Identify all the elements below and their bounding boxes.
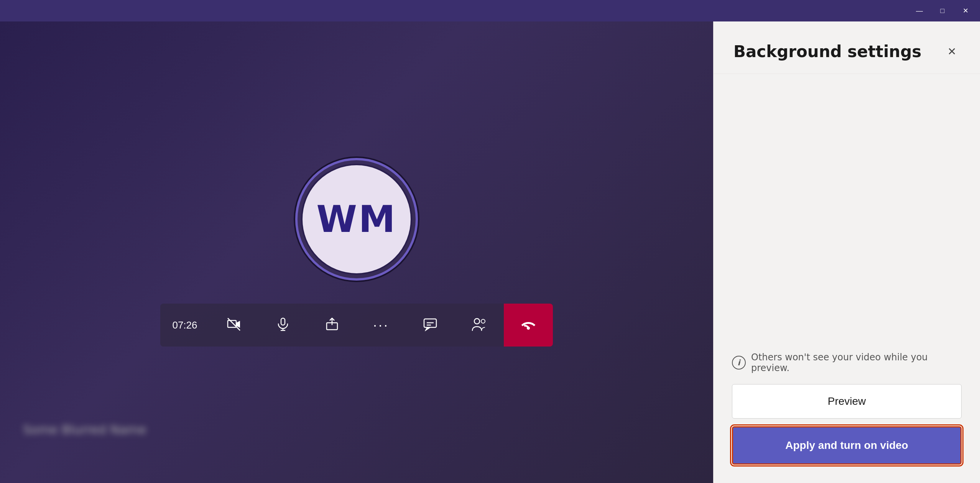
end-call-icon — [520, 319, 536, 332]
minimize-button[interactable]: — — [913, 4, 926, 18]
info-icon: i — [732, 356, 746, 370]
maximize-button[interactable]: □ — [936, 4, 949, 18]
chat-icon — [423, 317, 437, 333]
avatar-container: WM — [295, 158, 418, 281]
more-button[interactable]: ··· — [357, 304, 406, 347]
mic-icon — [276, 317, 290, 333]
avatar-initials: WM — [316, 198, 396, 241]
camera-button[interactable] — [209, 304, 258, 347]
participants-button[interactable] — [455, 304, 504, 347]
window-close-button[interactable]: ✕ — [959, 4, 972, 18]
caller-name: Some Blurred Name — [23, 422, 146, 437]
panel-footer: i Others won't see your video while you … — [714, 340, 980, 483]
participants-icon — [472, 317, 487, 333]
title-bar: — □ ✕ — [0, 0, 980, 21]
end-call-button[interactable] — [504, 304, 553, 347]
avatar-ring: WM — [295, 158, 418, 281]
more-icon: ··· — [373, 318, 389, 332]
share-button[interactable] — [307, 304, 357, 347]
avatar: WM — [301, 164, 412, 275]
panel-content — [714, 74, 980, 340]
call-controls: 07:26 — [160, 304, 553, 347]
mic-button[interactable] — [258, 304, 307, 347]
share-icon — [325, 317, 339, 333]
background-settings-panel: Background settings ✕ i Others won't see… — [713, 21, 980, 483]
svg-rect-0 — [228, 320, 236, 327]
panel-close-button[interactable]: ✕ — [942, 41, 962, 61]
call-timer: 07:26 — [160, 304, 209, 347]
preview-button[interactable]: Preview — [732, 384, 962, 419]
panel-title: Background settings — [733, 42, 921, 61]
svg-point-12 — [481, 319, 485, 323]
privacy-notice: i Others won't see your video while you … — [732, 352, 962, 373]
title-bar-controls: — □ ✕ — [913, 4, 972, 18]
svg-rect-3 — [281, 318, 285, 325]
panel-header: Background settings ✕ — [714, 21, 980, 74]
camera-off-icon — [227, 317, 241, 333]
svg-point-11 — [474, 319, 480, 324]
chat-button[interactable] — [406, 304, 455, 347]
video-area: WM 07:26 — [0, 21, 713, 483]
apply-and-turn-on-video-button[interactable]: Apply and turn on video — [732, 426, 962, 465]
